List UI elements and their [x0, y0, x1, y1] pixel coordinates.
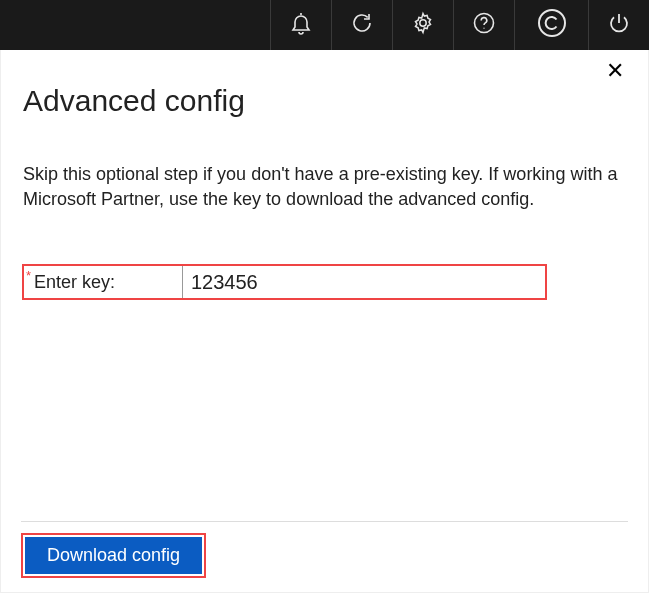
enter-key-label: Enter key:: [34, 266, 182, 298]
notifications-button[interactable]: [270, 0, 331, 50]
gear-icon: [411, 11, 435, 39]
dialog-description: Skip this optional step if you don't hav…: [23, 162, 626, 212]
dialog-panel: ✕ Advanced config Skip this optional ste…: [0, 50, 649, 593]
power-icon: [607, 11, 631, 39]
refresh-icon: [350, 11, 374, 39]
help-icon: [472, 11, 496, 39]
bell-icon: [290, 11, 312, 39]
help-button[interactable]: [453, 0, 514, 50]
top-toolbar: [0, 0, 649, 50]
svg-point-0: [420, 20, 426, 26]
settings-button[interactable]: [392, 0, 453, 50]
dialog-footer: Download config: [21, 521, 628, 592]
required-mark: *: [24, 266, 34, 283]
svg-point-3: [539, 10, 565, 36]
close-icon: ✕: [606, 58, 624, 83]
spacer: [23, 300, 626, 521]
close-button[interactable]: ✕: [604, 60, 626, 82]
copyright-button[interactable]: [514, 0, 588, 50]
copyright-icon: [536, 7, 568, 43]
power-button[interactable]: [588, 0, 649, 50]
refresh-button[interactable]: [331, 0, 392, 50]
enter-key-input[interactable]: [182, 266, 545, 298]
dialog-title: Advanced config: [23, 84, 626, 118]
svg-point-2: [483, 28, 484, 29]
download-config-button[interactable]: Download config: [25, 537, 202, 574]
enter-key-field: * Enter key:: [22, 264, 547, 300]
